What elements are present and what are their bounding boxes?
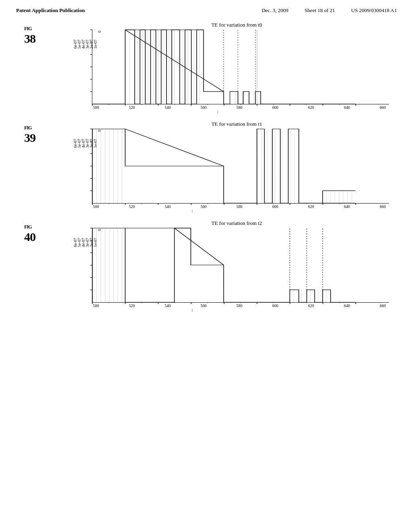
fig39-title: TE for variation from t1 xyxy=(85,121,389,127)
svg-line-71 xyxy=(125,129,223,166)
fig40-svg xyxy=(92,228,389,302)
fig38-chart: TE for variation from t0 6e-07 5e-07 4e-… xyxy=(73,22,389,114)
fig38-title: TE for variation from t0 xyxy=(85,22,389,28)
fig38-svg xyxy=(92,30,389,104)
header-sheet: Sheet 18 of 21 xyxy=(305,7,335,14)
fig39-chart: TE for variation from t1 6e-07 5e-07 4e-… xyxy=(73,121,389,213)
fig38-y-axis: 6e-07 5e-07 4e-07 3e-07 2e-07 1e-07 0 xyxy=(73,30,92,114)
figure-39: FIG 39 TE for variation from t1 6e-07 5e… xyxy=(24,121,389,213)
fig39-chart-inner xyxy=(92,129,389,204)
fig39-label: FIG 39 xyxy=(24,121,73,145)
fig40-title: TE for variation from t2 xyxy=(85,220,389,227)
header-left: Patent Application Publication xyxy=(16,7,85,14)
fig40-label: FIG 40 xyxy=(24,220,73,244)
fig38-label: FIG 38 xyxy=(24,22,73,46)
fig40-chart: TE for variation from t2 6e-07 5e-07 4e-… xyxy=(73,220,389,312)
figures-container: FIG 38 TE for variation from t0 6e-07 5e… xyxy=(0,18,413,312)
fig38-chart-inner xyxy=(92,30,389,104)
svg-line-122 xyxy=(174,228,223,265)
header-patent: US 2009/0300418 A1 xyxy=(351,7,397,14)
fig38-x-ticks: 500 520 540 560 580 600 620 640 660 xyxy=(90,104,389,110)
fig40-y-axis: 6e-07 5e-07 4e-07 3e-07 2e-07 1e-07 0 xyxy=(73,228,92,312)
figure-38: FIG 38 TE for variation from t0 6e-07 5e… xyxy=(24,22,389,114)
fig40-chart-inner xyxy=(92,228,389,303)
fig39-y-axis: 6e-07 5e-07 4e-07 3e-07 2e-07 1e-07 0 xyxy=(73,129,92,213)
header-date: Dec. 3, 2009 xyxy=(262,7,288,14)
fig40-x-ticks: 500 520 540 560 580 600 620 640 660 xyxy=(90,303,389,308)
page-header: Patent Application Publication Dec. 3, 2… xyxy=(0,0,413,18)
fig39-svg xyxy=(92,129,389,203)
figure-40: FIG 40 TE for variation from t2 6e-07 5e… xyxy=(24,220,389,312)
fig39-x-ticks: 500 520 540 560 580 600 620 640 660 xyxy=(90,204,389,209)
